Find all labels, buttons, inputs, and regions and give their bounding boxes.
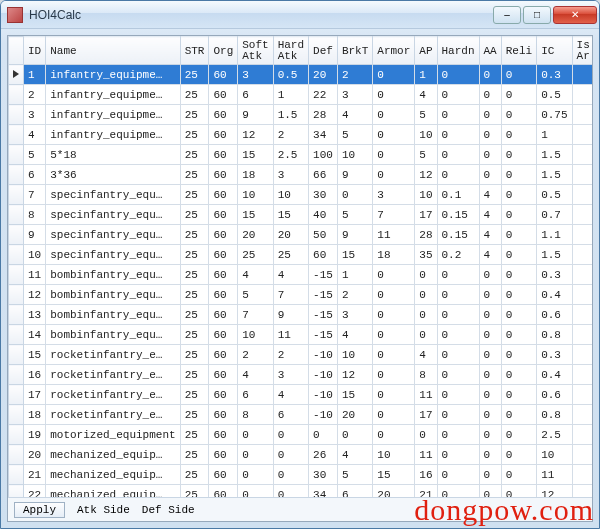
cell-hardatk[interactable]: 0 [273, 465, 308, 485]
cell-def[interactable]: -15 [309, 305, 338, 325]
cell-ap[interactable]: 0 [415, 305, 437, 325]
cell-hardatk[interactable]: 25 [273, 245, 308, 265]
cell-reli[interactable]: 0 [501, 205, 536, 225]
cell-isar[interactable] [572, 325, 592, 345]
cell-def[interactable]: 34 [309, 125, 338, 145]
cell-ap[interactable]: 16 [415, 465, 437, 485]
cell-rowhdr[interactable] [9, 145, 24, 165]
cell-str[interactable]: 25 [180, 445, 209, 465]
apply-button[interactable]: Apply [14, 502, 65, 518]
cell-aa[interactable]: 4 [479, 205, 501, 225]
cell-rowhdr[interactable] [9, 485, 24, 498]
cell-rowhdr[interactable] [9, 265, 24, 285]
cell-hardn[interactable]: 0.1 [437, 185, 479, 205]
cell-ap[interactable]: 4 [415, 85, 437, 105]
cell-ap[interactable]: 8 [415, 365, 437, 385]
cell-ap[interactable]: 35 [415, 245, 437, 265]
cell-isar[interactable] [572, 405, 592, 425]
cell-rowhdr[interactable] [9, 165, 24, 185]
table-row[interactable]: 10specinfantry_equ…25602525601518350.240… [9, 245, 593, 265]
cell-brkt[interactable]: 2 [337, 65, 372, 85]
cell-name[interactable]: infantry_equipme… [46, 125, 180, 145]
cell-str[interactable]: 25 [180, 385, 209, 405]
cell-aa[interactable]: 0 [479, 445, 501, 465]
cell-org[interactable]: 60 [209, 165, 238, 185]
cell-hardatk[interactable]: 3 [273, 365, 308, 385]
cell-name[interactable]: bombinfantry_equ… [46, 325, 180, 345]
cell-def[interactable]: 30 [309, 465, 338, 485]
cell-softatk[interactable]: 3 [238, 65, 273, 85]
cell-softatk[interactable]: 25 [238, 245, 273, 265]
cell-aa[interactable]: 0 [479, 145, 501, 165]
minimize-button[interactable]: – [493, 6, 521, 24]
cell-aa[interactable]: 0 [479, 485, 501, 498]
table-row[interactable]: 21mechanized_equip…256000305151600011 [9, 465, 593, 485]
cell-hardn[interactable]: 0 [437, 125, 479, 145]
cell-isar[interactable] [572, 145, 592, 165]
column-header-reli[interactable]: Reli [501, 37, 536, 65]
cell-aa[interactable]: 0 [479, 105, 501, 125]
table-row[interactable]: 2infantry_equipme…256061223040000.5 [9, 85, 593, 105]
cell-name[interactable]: rocketinfantry_e… [46, 405, 180, 425]
cell-str[interactable]: 25 [180, 205, 209, 225]
cell-aa[interactable]: 0 [479, 365, 501, 385]
cell-softatk[interactable]: 12 [238, 125, 273, 145]
cell-id[interactable]: 16 [24, 365, 46, 385]
cell-hardn[interactable]: 0 [437, 485, 479, 498]
cell-softatk[interactable]: 5 [238, 285, 273, 305]
cell-hardn[interactable]: 0 [437, 265, 479, 285]
cell-org[interactable]: 60 [209, 65, 238, 85]
cell-name[interactable]: specinfantry_equ… [46, 245, 180, 265]
table-row[interactable]: 3infantry_equipme…256091.5284050000.75 [9, 105, 593, 125]
cell-hardatk[interactable]: 6 [273, 405, 308, 425]
cell-isar[interactable] [572, 105, 592, 125]
cell-isar[interactable] [572, 165, 592, 185]
cell-id[interactable]: 21 [24, 465, 46, 485]
cell-ic[interactable]: 0.4 [537, 365, 572, 385]
cell-brkt[interactable]: 5 [337, 205, 372, 225]
cell-isar[interactable] [572, 265, 592, 285]
cell-def[interactable]: 40 [309, 205, 338, 225]
cell-ic[interactable]: 0.7 [537, 205, 572, 225]
cell-name[interactable]: specinfantry_equ… [46, 225, 180, 245]
cell-isar[interactable] [572, 465, 592, 485]
cell-def[interactable]: 22 [309, 85, 338, 105]
cell-name[interactable]: bombinfantry_equ… [46, 285, 180, 305]
cell-armor[interactable]: 0 [373, 325, 415, 345]
cell-org[interactable]: 60 [209, 125, 238, 145]
cell-isar[interactable] [572, 225, 592, 245]
cell-isar[interactable] [572, 185, 592, 205]
cell-brkt[interactable]: 3 [337, 305, 372, 325]
cell-hardn[interactable]: 0 [437, 165, 479, 185]
cell-org[interactable]: 60 [209, 285, 238, 305]
cell-rowhdr[interactable] [9, 325, 24, 345]
cell-hardatk[interactable]: 10 [273, 185, 308, 205]
cell-isar[interactable] [572, 365, 592, 385]
cell-hardn[interactable]: 0 [437, 425, 479, 445]
cell-str[interactable]: 25 [180, 285, 209, 305]
cell-hardatk[interactable]: 4 [273, 265, 308, 285]
cell-brkt[interactable]: 10 [337, 145, 372, 165]
column-header-ap[interactable]: AP [415, 37, 437, 65]
cell-ic[interactable]: 10 [537, 445, 572, 465]
cell-reli[interactable]: 0 [501, 145, 536, 165]
cell-ic[interactable]: 0.6 [537, 385, 572, 405]
cell-rowhdr[interactable] [9, 185, 24, 205]
cell-hardatk[interactable]: 1 [273, 85, 308, 105]
cell-armor[interactable]: 0 [373, 85, 415, 105]
cell-str[interactable]: 25 [180, 305, 209, 325]
cell-id[interactable]: 20 [24, 445, 46, 465]
cell-ic[interactable]: 0.3 [537, 265, 572, 285]
cell-str[interactable]: 25 [180, 165, 209, 185]
cell-name[interactable]: specinfantry_equ… [46, 205, 180, 225]
cell-str[interactable]: 25 [180, 485, 209, 498]
cell-isar[interactable] [572, 65, 592, 85]
cell-armor[interactable]: 0 [373, 305, 415, 325]
cell-str[interactable]: 25 [180, 325, 209, 345]
cell-isar[interactable] [572, 305, 592, 325]
cell-softatk[interactable]: 15 [238, 205, 273, 225]
cell-reli[interactable]: 0 [501, 305, 536, 325]
cell-armor[interactable]: 0 [373, 365, 415, 385]
cell-armor[interactable]: 0 [373, 145, 415, 165]
cell-ap[interactable]: 11 [415, 445, 437, 465]
